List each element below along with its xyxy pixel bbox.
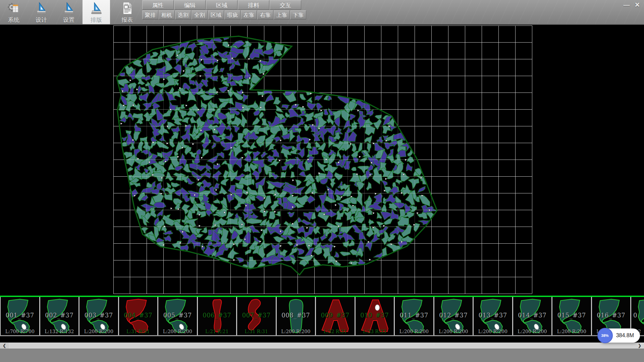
piece-thumbnail[interactable]: 010_#37L:33 R:33 — [356, 297, 395, 335]
app-button-system[interactable]: 系统 — [0, 0, 28, 24]
nesting-icon — [90, 2, 103, 17]
menu-tab[interactable]: 编辑 — [174, 0, 206, 10]
report-icon — [121, 2, 133, 17]
piece-lr-count: L:200 R:200 — [513, 329, 552, 334]
piece-thumbnail[interactable]: 005_#37L:200 R:200 — [158, 297, 198, 335]
piece-name: 008_#37 — [277, 312, 315, 319]
canvas-svg — [0, 24, 644, 296]
piece-thumbnail[interactable]: 002_#37L:132 R:132 — [40, 297, 80, 335]
piece-lr-count: L:200 R:200 — [474, 329, 512, 334]
minimize-button[interactable]: — — [621, 1, 632, 9]
app-button-label: 系统 — [8, 17, 19, 23]
piece-lr-count: L:200 R:200 — [158, 329, 197, 334]
piece-thumbnail[interactable]: 012_#37L:200 R:200 — [434, 297, 474, 335]
action-button[interactable]: 左靠 — [241, 10, 257, 19]
piece-name: 0 — [631, 312, 644, 319]
design-icon — [35, 2, 48, 17]
piece-thumbnail[interactable]: 006_#37L:21 R:21 — [198, 297, 237, 335]
main-toolbar: 系统 设计 设置 排版 报表 属性编辑区域排料交互 聚排相机选割全割区域瑕疵左靠… — [0, 0, 644, 25]
app-button-design[interactable]: 设计 — [28, 0, 55, 24]
system-icon — [7, 2, 20, 17]
piece-thumbnail[interactable]: 007_#37L:31 R:31 — [237, 297, 277, 335]
piece-lr-count: L:200 R:200 — [552, 329, 591, 334]
scroll-right-arrow[interactable]: ❯ — [635, 343, 644, 349]
horizontal-scrollbar[interactable]: ❮ ❯ — [0, 343, 644, 349]
settings-icon — [62, 2, 75, 17]
app-button-label: 排版 — [91, 17, 102, 23]
menu-tab[interactable]: 排料 — [238, 0, 269, 10]
piece-lr-count: L:200 R:200 — [434, 329, 473, 334]
action-button[interactable]: 全割 — [192, 10, 208, 19]
action-button[interactable]: 右靠 — [257, 10, 273, 19]
piece-thumbnail[interactable]: 003_#37L:200 R:200 — [79, 297, 119, 335]
progress-size: 384.8M — [616, 333, 634, 339]
app-button-label: 报表 — [121, 17, 133, 23]
piece-thumbnail[interactable]: 001_#37L:700 R:700 — [0, 297, 40, 335]
download-progress-badge[interactable]: 38% 384.8M — [597, 328, 640, 343]
piece-strip-panel: 001_#37L:700 R:700 002_#37L:132 R:132 00… — [0, 296, 644, 336]
action-button[interactable]: 瑕疵 — [224, 10, 240, 19]
piece-thumbnail[interactable]: 013_#37L:200 R:200 — [474, 297, 513, 335]
piece-thumbnail[interactable]: 014_#37L:200 R:200 — [513, 297, 553, 335]
action-button-bar: 聚排相机选割全割区域瑕疵左靠右靠上靠下靠 — [142, 10, 307, 19]
piece-name: 016_#37 — [592, 312, 631, 319]
progress-percent: 38% — [601, 334, 609, 338]
app-button-label: 设计 — [36, 17, 47, 23]
piece-lr-count: L:200 R:200 — [395, 329, 433, 334]
piece-lr-count: L:132 R:132 — [40, 329, 79, 334]
piece-lr-count: L:200 R:200 — [79, 329, 118, 334]
scroll-left-arrow[interactable]: ❮ — [0, 343, 9, 349]
status-bar — [0, 349, 644, 362]
app-button-nesting[interactable]: 排版 — [83, 0, 110, 24]
piece-thumbnail[interactable]: 015_#37L:200 R:200 — [552, 297, 592, 335]
action-button[interactable]: 上靠 — [274, 10, 290, 19]
nesting-canvas[interactable] — [0, 24, 644, 296]
piece-thumbnail[interactable]: 008_#37L:200 R:200 — [277, 297, 316, 335]
piece-name: 003_#37 — [79, 312, 118, 319]
piece-name: 012_#37 — [434, 312, 473, 319]
window-controls: — ✕ — [621, 1, 643, 9]
piece-lr-count: L:33 R:33 — [356, 329, 394, 334]
piece-name: 013_#37 — [474, 312, 512, 319]
piece-name: 010_#37 — [356, 312, 394, 319]
close-button[interactable]: ✕ — [632, 1, 643, 9]
app-button-label: 设置 — [63, 17, 74, 23]
film-strip: 001_#37L:700 R:700 002_#37L:132 R:132 00… — [0, 297, 644, 336]
piece-name: 014_#37 — [513, 312, 552, 319]
piece-lr-count: L:32 R:31 — [316, 329, 355, 334]
piece-thumbnail[interactable]: 004_#37L:31 R:31 — [119, 297, 159, 335]
progress-circle: 38% — [597, 328, 613, 343]
action-button[interactable]: 下靠 — [290, 10, 306, 19]
piece-name: 007_#37 — [237, 312, 276, 319]
piece-thumbnail[interactable]: 009_#37L:32 R:31 — [316, 297, 356, 335]
action-button[interactable]: 聚排 — [142, 10, 158, 19]
piece-name: 009_#37 — [316, 312, 355, 319]
menu-tab[interactable]: 区域 — [206, 0, 237, 10]
piece-lr-count: L:21 R:21 — [198, 329, 236, 334]
piece-lr-count: L:700 R:700 — [1, 329, 39, 334]
piece-name: 011_#37 — [395, 312, 433, 319]
menu-tab-bar: 属性编辑区域排料交互 — [142, 0, 302, 10]
piece-lr-count: L:200 R:200 — [277, 329, 315, 334]
piece-name: 002_#37 — [40, 312, 79, 319]
app-mode-bar: 系统 设计 设置 排版 报表 — [0, 0, 141, 24]
menu-tab[interactable]: 交互 — [270, 0, 301, 10]
action-button[interactable]: 区域 — [208, 10, 224, 19]
action-button[interactable]: 相机 — [159, 10, 175, 19]
app-button-settings[interactable]: 设置 — [55, 0, 83, 24]
piece-thumbnail[interactable]: 011_#37L:200 R:200 — [395, 297, 434, 335]
piece-name: 001_#37 — [1, 312, 39, 319]
action-button[interactable]: 选割 — [175, 10, 191, 19]
menu-tab[interactable]: 属性 — [142, 0, 174, 10]
piece-lr-count: L:31 R:31 — [237, 329, 276, 334]
piece-name: 004_#37 — [119, 312, 158, 319]
piece-lr-count: L:31 R:31 — [119, 329, 158, 334]
piece-name: 005_#37 — [158, 312, 197, 319]
piece-name: 015_#37 — [552, 312, 591, 319]
piece-name: 006_#37 — [198, 312, 236, 319]
app-button-report[interactable]: 报表 — [113, 0, 141, 24]
